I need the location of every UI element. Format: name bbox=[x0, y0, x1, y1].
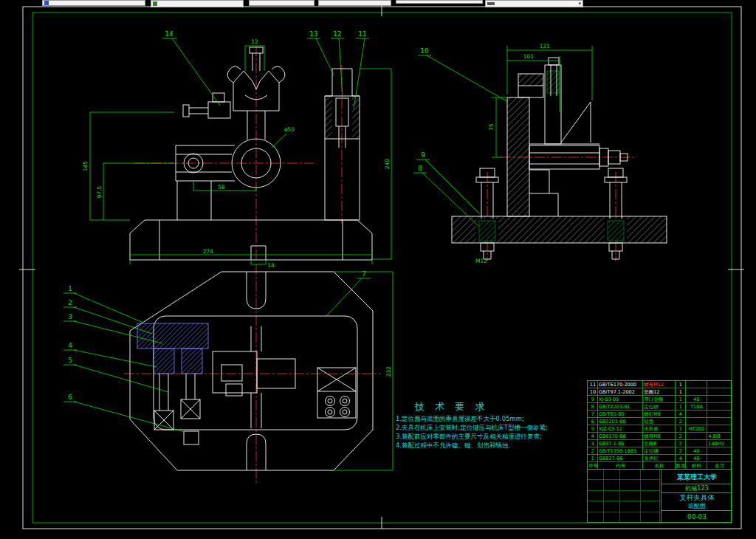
bom-cell-no: 6 bbox=[588, 418, 598, 425]
leader-number: 14 bbox=[165, 30, 173, 38]
bom-cell-material: T10A bbox=[686, 403, 708, 410]
bom-cell-material bbox=[686, 381, 708, 388]
bom-cell-name: 支承钉 bbox=[643, 455, 676, 461]
bom-cell-note bbox=[707, 447, 731, 454]
bom-cell-no: 5 bbox=[588, 425, 598, 432]
leader-number: 2 bbox=[68, 299, 72, 306]
title-fields: 某某理工大学 机械123 叉杆夹具体 装配图 00-03 bbox=[662, 470, 732, 523]
leader-number: 11 bbox=[358, 30, 366, 38]
bom-cell-no: 3 bbox=[588, 440, 598, 447]
leader-number: 5 bbox=[68, 357, 72, 364]
bom-row: 4GB6170-86螺母M824.8级 bbox=[588, 433, 731, 440]
tech-line: 3.装配前应对零部件的主要尺寸及相关精度进行复查; bbox=[396, 433, 542, 440]
bom-cell-note bbox=[707, 455, 731, 461]
bom-cell-code: GB6170-86 bbox=[598, 433, 643, 439]
bom-cell-note bbox=[707, 396, 731, 402]
bom-cell-code: XJ-03-09 bbox=[598, 396, 643, 402]
bom-header-name: 名称 bbox=[643, 462, 676, 469]
bom-cell-qty: 1 bbox=[676, 425, 686, 432]
front-view bbox=[130, 47, 372, 260]
leader-number: 3 bbox=[68, 313, 72, 320]
bom-cell-no: 2 bbox=[588, 447, 598, 454]
bom-cell-code: GB/T1358-1983 bbox=[598, 447, 643, 454]
bom-cell-note: 140HV bbox=[707, 440, 731, 447]
bom-cell-no: 11 bbox=[588, 381, 598, 388]
bom-row: 11GB/T6170-2000螺母M121 bbox=[588, 381, 731, 388]
bom-cell-code: GB/T6170-2000 bbox=[598, 381, 643, 388]
bom-cell-name: 垫圈8 bbox=[643, 440, 676, 447]
bom-cell-material bbox=[686, 411, 708, 417]
leader-number: 10 bbox=[420, 47, 429, 55]
bom-header-no: 序号 bbox=[588, 462, 598, 469]
bom-cell-name: 螺钉M6 bbox=[643, 411, 676, 417]
bom-row: 2GB/T1358-1983定位键245 bbox=[588, 447, 731, 455]
title-area: 某某理工大学 机械123 叉杆夹具体 装配图 00-03 bbox=[588, 470, 731, 523]
title-block: 11GB/T6170-2000螺母M12110GB/T97.1-2002垫圈12… bbox=[587, 380, 732, 523]
bom-row: 8GB/T2203-91定位销1T10A bbox=[588, 403, 731, 411]
tech-line: 4.装配过程中不允许磕、碰、划伤和锈蚀. bbox=[396, 442, 510, 449]
dim-label: 274 bbox=[203, 248, 214, 255]
bom-cell-name: 螺母M12 bbox=[643, 381, 676, 388]
bom-cell-no: 10 bbox=[588, 388, 598, 395]
bom-cell-code: GB97.1-85 bbox=[598, 440, 643, 447]
center-lines bbox=[124, 46, 635, 484]
dim-label: M12 bbox=[475, 258, 487, 264]
leader-number: 12 bbox=[333, 30, 341, 38]
tech-line: 2.夹具在机床上安装时,定位键应与机床T型槽一侧靠紧; bbox=[396, 424, 548, 431]
bom-cell-code: XJZ-03-12 bbox=[598, 425, 643, 432]
bom-cell-material: 45 bbox=[686, 455, 708, 461]
bom-cell-code: GB/T97.1-2002 bbox=[598, 388, 643, 395]
plan-view bbox=[130, 272, 373, 470]
bom-cell-note bbox=[707, 418, 731, 425]
bom-row: 9XJ-03-09开口垫圈145 bbox=[588, 396, 731, 403]
dim-label: 58 bbox=[218, 184, 225, 190]
bom-cell-qty: 2 bbox=[676, 447, 686, 454]
bom-cell-qty: 1 bbox=[676, 396, 686, 402]
dim-label: 12 bbox=[251, 38, 258, 45]
part-name: 叉杆夹具体 装配图 bbox=[662, 493, 732, 511]
bom-cell-name: 钻套 bbox=[643, 418, 676, 425]
tech-requirements: 技 术 要 求 1.定位面与底面的垂直度误差不大于0.05mm; 2.夹具在机床… bbox=[396, 401, 548, 449]
leader-number: 4 bbox=[68, 342, 72, 349]
bom-cell-code: GB2203-80 bbox=[598, 418, 643, 425]
bom-cell-code: GB827-86 bbox=[598, 455, 643, 461]
bom-cell-name: 螺母M8 bbox=[643, 433, 676, 439]
leader-number: 13 bbox=[309, 30, 317, 38]
bom-cell-no: 1 bbox=[588, 455, 598, 461]
bom-row: 6GB2203-80钻套2 bbox=[588, 418, 731, 425]
bom-cell-name: 垫圈12 bbox=[643, 388, 676, 395]
dim-label: 232 bbox=[385, 366, 392, 377]
bom-cell-note: 4.8级 bbox=[707, 433, 731, 439]
class-name: 机械123 bbox=[662, 484, 732, 493]
bom-cell-qty: 1 bbox=[676, 381, 686, 388]
bom-header-note: 备注 bbox=[707, 462, 731, 469]
bom-cell-material: HT200 bbox=[686, 425, 708, 432]
drawing-number: 00-03 bbox=[662, 511, 732, 523]
part-title: 叉杆夹具体 bbox=[662, 493, 732, 502]
bom-row: 7GB/T65-85螺钉M64 bbox=[588, 411, 731, 418]
bom-cell-code: GB/T2203-91 bbox=[598, 403, 643, 410]
dim-label: ø50 bbox=[284, 126, 295, 133]
bom-cell-no: 4 bbox=[588, 433, 598, 439]
bom-cell-qty: 1 bbox=[676, 388, 686, 395]
leader-number: 1 bbox=[68, 285, 72, 292]
bom-cell-no: 8 bbox=[588, 403, 598, 410]
bom-cell-qty: 1 bbox=[676, 403, 686, 410]
dim-label: 14 bbox=[267, 262, 275, 269]
tech-title: 技 术 要 求 bbox=[414, 401, 488, 412]
bom-header-code: 代号 bbox=[598, 462, 643, 469]
bom-cell-qty: 4 bbox=[676, 455, 686, 461]
bom-cell-note bbox=[707, 411, 731, 417]
bom-row: 3GB97.1-85垫圈82140HV bbox=[588, 440, 731, 447]
bom-row: 5XJZ-03-12夹具体1HT200 bbox=[588, 425, 731, 433]
signature-grid bbox=[588, 470, 662, 523]
bom-cell-material bbox=[686, 433, 708, 439]
dim-label: 75 bbox=[488, 123, 495, 131]
bom-cell-material bbox=[686, 418, 708, 425]
leader-number: 7 bbox=[362, 270, 366, 278]
bom-cell-name: 定位键 bbox=[643, 447, 676, 454]
organization-name: 某某理工大学 bbox=[662, 470, 732, 484]
bom-cell-qty: 2 bbox=[676, 433, 686, 439]
dim-label: 101 bbox=[523, 53, 535, 60]
bom-cell-material: 45 bbox=[686, 396, 708, 402]
